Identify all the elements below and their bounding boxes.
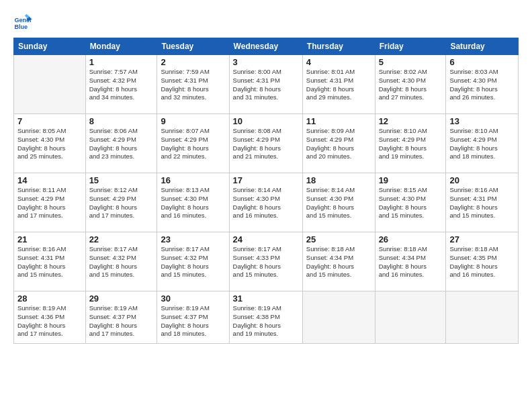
calendar-cell: 28Sunrise: 8:19 AM Sunset: 4:36 PM Dayli… [14, 291, 86, 344]
day-number: 3 [233, 57, 299, 67]
day-number: 17 [233, 175, 299, 185]
calendar-cell: 9Sunrise: 8:07 AM Sunset: 4:29 PM Daylig… [157, 114, 229, 173]
calendar-cell: 23Sunrise: 8:17 AM Sunset: 4:32 PM Dayli… [157, 232, 229, 291]
calendar-cell: 20Sunrise: 8:16 AM Sunset: 4:31 PM Dayli… [446, 173, 519, 232]
day-number: 26 [379, 234, 443, 244]
day-info: Sunrise: 8:18 AM Sunset: 4:34 PM Dayligh… [306, 245, 371, 279]
day-info: Sunrise: 8:19 AM Sunset: 4:38 PM Dayligh… [233, 304, 299, 338]
day-info: Sunrise: 7:57 AM Sunset: 4:32 PM Dayligh… [89, 68, 154, 102]
calendar-cell: 29Sunrise: 8:19 AM Sunset: 4:37 PM Dayli… [85, 291, 157, 344]
day-info: Sunrise: 8:02 AM Sunset: 4:30 PM Dayligh… [379, 68, 443, 102]
svg-text:Blue: Blue [14, 24, 28, 30]
day-info: Sunrise: 8:17 AM Sunset: 4:33 PM Dayligh… [233, 245, 299, 279]
day-info: Sunrise: 8:10 AM Sunset: 4:29 PM Dayligh… [449, 127, 515, 161]
day-number: 23 [161, 234, 225, 244]
day-number: 19 [379, 175, 443, 185]
calendar-cell: 31Sunrise: 8:19 AM Sunset: 4:38 PM Dayli… [229, 291, 302, 344]
day-info: Sunrise: 8:18 AM Sunset: 4:34 PM Dayligh… [379, 245, 443, 279]
calendar-cell: 10Sunrise: 8:08 AM Sunset: 4:29 PM Dayli… [229, 114, 302, 173]
weekday-header-friday: Friday [375, 38, 446, 55]
day-info: Sunrise: 8:16 AM Sunset: 4:31 PM Dayligh… [17, 245, 82, 279]
day-number: 22 [89, 234, 154, 244]
day-info: Sunrise: 8:10 AM Sunset: 4:29 PM Dayligh… [379, 127, 443, 161]
day-info: Sunrise: 8:01 AM Sunset: 4:31 PM Dayligh… [306, 68, 371, 102]
day-info: Sunrise: 8:19 AM Sunset: 4:37 PM Dayligh… [89, 304, 154, 338]
day-info: Sunrise: 8:03 AM Sunset: 4:30 PM Dayligh… [449, 68, 515, 102]
day-info: Sunrise: 8:12 AM Sunset: 4:29 PM Dayligh… [89, 186, 154, 220]
day-number: 4 [306, 57, 371, 67]
day-info: Sunrise: 8:19 AM Sunset: 4:36 PM Dayligh… [17, 304, 82, 338]
week-row-2: 7Sunrise: 8:05 AM Sunset: 4:30 PM Daylig… [14, 114, 519, 173]
calendar-cell: 24Sunrise: 8:17 AM Sunset: 4:33 PM Dayli… [229, 232, 302, 291]
calendar-cell: 6Sunrise: 8:03 AM Sunset: 4:30 PM Daylig… [446, 55, 519, 114]
day-number: 27 [449, 234, 515, 244]
day-number: 30 [161, 293, 225, 304]
calendar-cell: 19Sunrise: 8:15 AM Sunset: 4:30 PM Dayli… [375, 173, 446, 232]
weekday-header-monday: Monday [85, 38, 157, 55]
calendar-cell: 11Sunrise: 8:09 AM Sunset: 4:29 PM Dayli… [302, 114, 375, 173]
day-number: 12 [379, 116, 443, 126]
calendar-table: SundayMondayTuesdayWednesdayThursdayFrid… [13, 38, 519, 344]
calendar-cell: 1Sunrise: 7:57 AM Sunset: 4:32 PM Daylig… [85, 55, 157, 114]
day-number: 5 [379, 57, 443, 67]
day-info: Sunrise: 8:11 AM Sunset: 4:29 PM Dayligh… [17, 186, 82, 220]
week-row-3: 14Sunrise: 8:11 AM Sunset: 4:29 PM Dayli… [14, 173, 519, 232]
calendar-cell: 21Sunrise: 8:16 AM Sunset: 4:31 PM Dayli… [14, 232, 86, 291]
weekday-header-saturday: Saturday [446, 38, 519, 55]
calendar-cell: 30Sunrise: 8:19 AM Sunset: 4:37 PM Dayli… [157, 291, 229, 344]
calendar-cell: 22Sunrise: 8:17 AM Sunset: 4:32 PM Dayli… [85, 232, 157, 291]
day-info: Sunrise: 8:17 AM Sunset: 4:32 PM Dayligh… [89, 245, 154, 279]
calendar-cell: 14Sunrise: 8:11 AM Sunset: 4:29 PM Dayli… [14, 173, 86, 232]
calendar-cell: 7Sunrise: 8:05 AM Sunset: 4:30 PM Daylig… [14, 114, 86, 173]
day-number: 25 [306, 234, 371, 244]
weekday-header-thursday: Thursday [302, 38, 375, 55]
day-number: 13 [449, 116, 515, 126]
calendar-cell: 12Sunrise: 8:10 AM Sunset: 4:29 PM Dayli… [375, 114, 446, 173]
day-info: Sunrise: 7:59 AM Sunset: 4:31 PM Dayligh… [161, 68, 225, 102]
calendar-cell: 26Sunrise: 8:18 AM Sunset: 4:34 PM Dayli… [375, 232, 446, 291]
day-number: 18 [306, 175, 371, 185]
calendar-cell: 2Sunrise: 7:59 AM Sunset: 4:31 PM Daylig… [157, 55, 229, 114]
day-info: Sunrise: 8:09 AM Sunset: 4:29 PM Dayligh… [306, 127, 371, 161]
day-number: 9 [161, 116, 225, 126]
weekday-header-row: SundayMondayTuesdayWednesdayThursdayFrid… [14, 38, 519, 55]
day-number: 7 [17, 116, 82, 126]
day-number: 31 [233, 293, 299, 304]
day-info: Sunrise: 8:14 AM Sunset: 4:30 PM Dayligh… [233, 186, 299, 220]
calendar-cell: 27Sunrise: 8:18 AM Sunset: 4:35 PM Dayli… [446, 232, 519, 291]
day-number: 24 [233, 234, 299, 244]
day-number: 6 [449, 57, 515, 67]
day-info: Sunrise: 8:06 AM Sunset: 4:29 PM Dayligh… [89, 127, 154, 161]
day-number: 16 [161, 175, 225, 185]
calendar-cell: 4Sunrise: 8:01 AM Sunset: 4:31 PM Daylig… [302, 55, 375, 114]
logo: General Blue [13, 12, 34, 31]
calendar-cell: 17Sunrise: 8:14 AM Sunset: 4:30 PM Dayli… [229, 173, 302, 232]
day-number: 15 [89, 175, 154, 185]
day-number: 8 [89, 116, 154, 126]
day-number: 14 [17, 175, 82, 185]
calendar-cell: 15Sunrise: 8:12 AM Sunset: 4:29 PM Dayli… [85, 173, 157, 232]
calendar-cell [14, 55, 86, 114]
calendar-cell [446, 291, 519, 344]
day-info: Sunrise: 8:18 AM Sunset: 4:35 PM Dayligh… [449, 245, 515, 279]
day-number: 28 [17, 293, 82, 304]
logo-icon: General Blue [13, 12, 32, 31]
weekday-header-sunday: Sunday [14, 38, 86, 55]
day-info: Sunrise: 8:13 AM Sunset: 4:30 PM Dayligh… [161, 186, 225, 220]
week-row-1: 1Sunrise: 7:57 AM Sunset: 4:32 PM Daylig… [14, 55, 519, 114]
day-info: Sunrise: 8:00 AM Sunset: 4:31 PM Dayligh… [233, 68, 299, 102]
day-info: Sunrise: 8:08 AM Sunset: 4:29 PM Dayligh… [233, 127, 299, 161]
weekday-header-tuesday: Tuesday [157, 38, 229, 55]
day-info: Sunrise: 8:05 AM Sunset: 4:30 PM Dayligh… [17, 127, 82, 161]
day-number: 2 [161, 57, 225, 67]
calendar-page: General Blue SundayMondayTuesdayWednesda… [0, 0, 532, 411]
day-number: 21 [17, 234, 82, 244]
day-info: Sunrise: 8:16 AM Sunset: 4:31 PM Dayligh… [449, 186, 515, 220]
weekday-header-wednesday: Wednesday [229, 38, 302, 55]
day-number: 10 [233, 116, 299, 126]
header: General Blue [13, 12, 519, 31]
calendar-cell [302, 291, 375, 344]
day-number: 29 [89, 293, 154, 304]
day-info: Sunrise: 8:19 AM Sunset: 4:37 PM Dayligh… [161, 304, 225, 338]
week-row-5: 28Sunrise: 8:19 AM Sunset: 4:36 PM Dayli… [14, 291, 519, 344]
